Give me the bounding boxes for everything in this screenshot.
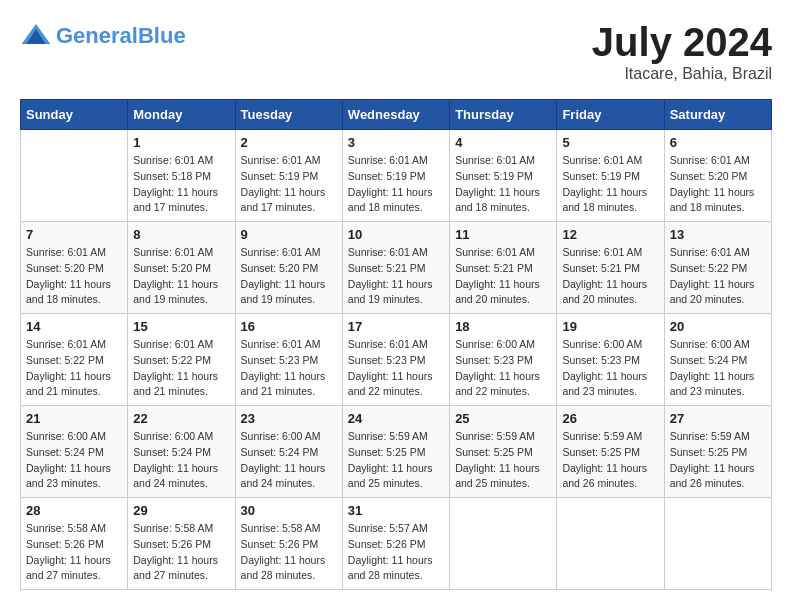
day-number: 29 xyxy=(133,503,229,518)
day-number: 6 xyxy=(670,135,766,150)
calendar-cell: 21 Sunrise: 6:00 AMSunset: 5:24 PMDaylig… xyxy=(21,406,128,498)
calendar-cell: 20 Sunrise: 6:00 AMSunset: 5:24 PMDaylig… xyxy=(664,314,771,406)
day-number: 14 xyxy=(26,319,122,334)
logo-line2: Blue xyxy=(138,23,186,48)
calendar-cell: 13 Sunrise: 6:01 AMSunset: 5:22 PMDaylig… xyxy=(664,222,771,314)
weekday-header: Sunday xyxy=(21,100,128,130)
calendar-cell: 23 Sunrise: 6:00 AMSunset: 5:24 PMDaylig… xyxy=(235,406,342,498)
day-info: Sunrise: 5:58 AMSunset: 5:26 PMDaylight:… xyxy=(133,521,229,584)
day-info: Sunrise: 6:01 AMSunset: 5:21 PMDaylight:… xyxy=(348,245,444,308)
calendar-table: SundayMondayTuesdayWednesdayThursdayFrid… xyxy=(20,99,772,590)
day-info: Sunrise: 6:01 AMSunset: 5:20 PMDaylight:… xyxy=(26,245,122,308)
logo-icon xyxy=(20,20,52,52)
weekday-header: Saturday xyxy=(664,100,771,130)
day-info: Sunrise: 6:00 AMSunset: 5:24 PMDaylight:… xyxy=(670,337,766,400)
day-number: 7 xyxy=(26,227,122,242)
calendar-week-row: 1 Sunrise: 6:01 AMSunset: 5:18 PMDayligh… xyxy=(21,130,772,222)
calendar-week-row: 28 Sunrise: 5:58 AMSunset: 5:26 PMDaylig… xyxy=(21,498,772,590)
day-info: Sunrise: 5:59 AMSunset: 5:25 PMDaylight:… xyxy=(455,429,551,492)
calendar-cell: 31 Sunrise: 5:57 AMSunset: 5:26 PMDaylig… xyxy=(342,498,449,590)
day-number: 13 xyxy=(670,227,766,242)
day-info: Sunrise: 6:01 AMSunset: 5:21 PMDaylight:… xyxy=(562,245,658,308)
weekday-header: Monday xyxy=(128,100,235,130)
calendar-cell: 2 Sunrise: 6:01 AMSunset: 5:19 PMDayligh… xyxy=(235,130,342,222)
calendar-cell: 26 Sunrise: 5:59 AMSunset: 5:25 PMDaylig… xyxy=(557,406,664,498)
day-info: Sunrise: 6:01 AMSunset: 5:21 PMDaylight:… xyxy=(455,245,551,308)
day-info: Sunrise: 5:59 AMSunset: 5:25 PMDaylight:… xyxy=(562,429,658,492)
calendar-cell: 27 Sunrise: 5:59 AMSunset: 5:25 PMDaylig… xyxy=(664,406,771,498)
page-header: GeneralBlue July 2024 Itacare, Bahia, Br… xyxy=(20,20,772,83)
day-info: Sunrise: 6:01 AMSunset: 5:19 PMDaylight:… xyxy=(348,153,444,216)
calendar-cell xyxy=(450,498,557,590)
day-info: Sunrise: 6:00 AMSunset: 5:23 PMDaylight:… xyxy=(562,337,658,400)
day-info: Sunrise: 6:01 AMSunset: 5:22 PMDaylight:… xyxy=(26,337,122,400)
day-info: Sunrise: 6:01 AMSunset: 5:20 PMDaylight:… xyxy=(241,245,337,308)
calendar-cell: 18 Sunrise: 6:00 AMSunset: 5:23 PMDaylig… xyxy=(450,314,557,406)
calendar-cell: 3 Sunrise: 6:01 AMSunset: 5:19 PMDayligh… xyxy=(342,130,449,222)
day-number: 28 xyxy=(26,503,122,518)
calendar-cell: 17 Sunrise: 6:01 AMSunset: 5:23 PMDaylig… xyxy=(342,314,449,406)
calendar-cell: 11 Sunrise: 6:01 AMSunset: 5:21 PMDaylig… xyxy=(450,222,557,314)
day-info: Sunrise: 6:01 AMSunset: 5:18 PMDaylight:… xyxy=(133,153,229,216)
calendar-cell: 15 Sunrise: 6:01 AMSunset: 5:22 PMDaylig… xyxy=(128,314,235,406)
calendar-cell: 1 Sunrise: 6:01 AMSunset: 5:18 PMDayligh… xyxy=(128,130,235,222)
weekday-header: Wednesday xyxy=(342,100,449,130)
day-info: Sunrise: 6:00 AMSunset: 5:24 PMDaylight:… xyxy=(26,429,122,492)
calendar-cell: 7 Sunrise: 6:01 AMSunset: 5:20 PMDayligh… xyxy=(21,222,128,314)
day-info: Sunrise: 6:01 AMSunset: 5:22 PMDaylight:… xyxy=(133,337,229,400)
calendar-week-row: 7 Sunrise: 6:01 AMSunset: 5:20 PMDayligh… xyxy=(21,222,772,314)
day-number: 16 xyxy=(241,319,337,334)
calendar-cell: 25 Sunrise: 5:59 AMSunset: 5:25 PMDaylig… xyxy=(450,406,557,498)
calendar-week-row: 14 Sunrise: 6:01 AMSunset: 5:22 PMDaylig… xyxy=(21,314,772,406)
day-number: 15 xyxy=(133,319,229,334)
day-number: 11 xyxy=(455,227,551,242)
day-number: 1 xyxy=(133,135,229,150)
day-number: 3 xyxy=(348,135,444,150)
month-title: July 2024 xyxy=(592,20,772,65)
day-info: Sunrise: 6:01 AMSunset: 5:20 PMDaylight:… xyxy=(670,153,766,216)
day-number: 26 xyxy=(562,411,658,426)
day-number: 31 xyxy=(348,503,444,518)
weekday-header: Tuesday xyxy=(235,100,342,130)
day-number: 18 xyxy=(455,319,551,334)
calendar-cell: 24 Sunrise: 5:59 AMSunset: 5:25 PMDaylig… xyxy=(342,406,449,498)
day-info: Sunrise: 6:01 AMSunset: 5:19 PMDaylight:… xyxy=(241,153,337,216)
day-info: Sunrise: 5:59 AMSunset: 5:25 PMDaylight:… xyxy=(348,429,444,492)
title-block: July 2024 Itacare, Bahia, Brazil xyxy=(592,20,772,83)
calendar-cell: 28 Sunrise: 5:58 AMSunset: 5:26 PMDaylig… xyxy=(21,498,128,590)
calendar-cell: 4 Sunrise: 6:01 AMSunset: 5:19 PMDayligh… xyxy=(450,130,557,222)
day-info: Sunrise: 6:01 AMSunset: 5:20 PMDaylight:… xyxy=(133,245,229,308)
calendar-cell: 30 Sunrise: 5:58 AMSunset: 5:26 PMDaylig… xyxy=(235,498,342,590)
day-number: 27 xyxy=(670,411,766,426)
day-info: Sunrise: 6:01 AMSunset: 5:19 PMDaylight:… xyxy=(562,153,658,216)
day-number: 5 xyxy=(562,135,658,150)
day-number: 10 xyxy=(348,227,444,242)
day-number: 25 xyxy=(455,411,551,426)
day-number: 24 xyxy=(348,411,444,426)
day-number: 2 xyxy=(241,135,337,150)
calendar-cell xyxy=(557,498,664,590)
calendar-cell: 10 Sunrise: 6:01 AMSunset: 5:21 PMDaylig… xyxy=(342,222,449,314)
calendar-cell xyxy=(21,130,128,222)
weekday-header: Thursday xyxy=(450,100,557,130)
logo-text: GeneralBlue xyxy=(56,24,186,48)
day-number: 19 xyxy=(562,319,658,334)
day-number: 12 xyxy=(562,227,658,242)
calendar-cell xyxy=(664,498,771,590)
logo: GeneralBlue xyxy=(20,20,186,52)
day-info: Sunrise: 6:01 AMSunset: 5:23 PMDaylight:… xyxy=(348,337,444,400)
calendar-cell: 12 Sunrise: 6:01 AMSunset: 5:21 PMDaylig… xyxy=(557,222,664,314)
calendar-cell: 8 Sunrise: 6:01 AMSunset: 5:20 PMDayligh… xyxy=(128,222,235,314)
day-number: 9 xyxy=(241,227,337,242)
calendar-cell: 6 Sunrise: 6:01 AMSunset: 5:20 PMDayligh… xyxy=(664,130,771,222)
day-info: Sunrise: 5:58 AMSunset: 5:26 PMDaylight:… xyxy=(26,521,122,584)
calendar-week-row: 21 Sunrise: 6:00 AMSunset: 5:24 PMDaylig… xyxy=(21,406,772,498)
day-number: 17 xyxy=(348,319,444,334)
calendar-cell: 29 Sunrise: 5:58 AMSunset: 5:26 PMDaylig… xyxy=(128,498,235,590)
calendar-cell: 19 Sunrise: 6:00 AMSunset: 5:23 PMDaylig… xyxy=(557,314,664,406)
day-number: 8 xyxy=(133,227,229,242)
day-info: Sunrise: 5:57 AMSunset: 5:26 PMDaylight:… xyxy=(348,521,444,584)
day-number: 22 xyxy=(133,411,229,426)
location: Itacare, Bahia, Brazil xyxy=(592,65,772,83)
day-info: Sunrise: 6:01 AMSunset: 5:19 PMDaylight:… xyxy=(455,153,551,216)
